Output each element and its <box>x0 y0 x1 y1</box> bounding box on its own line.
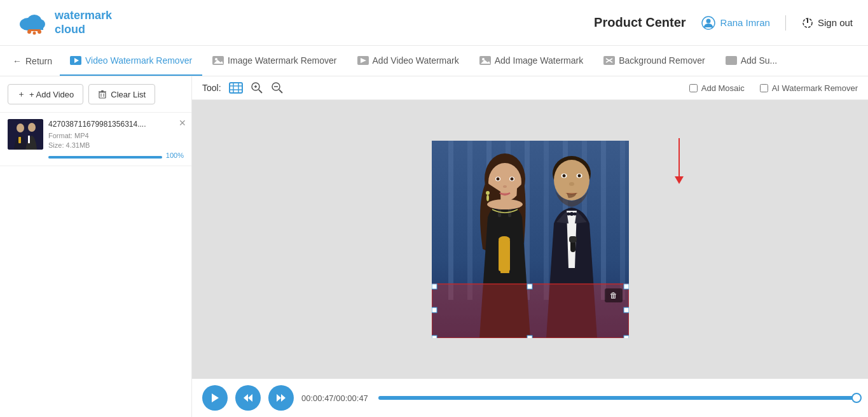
file-thumbnail <box>8 119 43 150</box>
svg-rect-89 <box>527 336 532 338</box>
format-label: Format: <box>48 132 72 139</box>
add-image-tab-icon <box>479 56 491 65</box>
main-layout: ＋ + Add Video Clear List <box>0 76 868 417</box>
user-icon <box>701 16 715 30</box>
time-display: 00:00:47/00:00:47 <box>301 393 368 403</box>
svg-point-65 <box>503 185 507 188</box>
size-label: Size: <box>48 141 64 149</box>
svg-rect-3 <box>24 24 43 30</box>
file-close-button[interactable]: ✕ <box>179 118 186 128</box>
svg-point-81 <box>570 212 574 216</box>
logo-icon <box>15 6 48 39</box>
svg-point-32 <box>17 124 24 132</box>
progress-row: 100% <box>48 152 184 159</box>
thumb-image <box>8 119 43 150</box>
tool-bar: Tool: <box>192 76 868 100</box>
svg-rect-34 <box>28 136 30 143</box>
tab-add-video-watermark[interactable]: Add Video Watermark <box>347 46 469 76</box>
divider <box>785 15 786 31</box>
add-mosaic-area: Add Mosaic <box>689 83 745 93</box>
progress-bar <box>48 156 162 159</box>
current-time: 00:00:47 <box>301 393 334 403</box>
svg-rect-28 <box>101 90 104 92</box>
user-area[interactable]: Rana Imran <box>701 16 770 30</box>
signout-label: Sign out <box>818 17 853 28</box>
svg-rect-73 <box>500 268 509 273</box>
svg-rect-83 <box>569 236 577 243</box>
right-panel: Tool: <box>192 76 868 417</box>
svg-rect-85 <box>432 284 437 289</box>
zoom-out-icon[interactable] <box>271 81 284 94</box>
ai-watermark-remover-area: AI Watermark Remover <box>760 83 858 93</box>
tab-add-image-watermark[interactable]: Add Image Watermark <box>469 46 594 76</box>
svg-marker-99 <box>281 394 286 402</box>
file-format: Format: MP4 <box>48 132 184 139</box>
signout-button[interactable]: Sign out <box>801 17 853 29</box>
ai-watermark-remover-checkbox[interactable] <box>760 84 768 92</box>
add-video-button[interactable]: ＋ + Add Video <box>8 84 83 104</box>
tab-video-watermark-remover[interactable]: Video Watermark Remover <box>60 46 202 76</box>
tab-background-remover[interactable]: Background Remover <box>593 46 715 76</box>
left-toolbar: ＋ + Add Video Clear List <box>0 76 191 113</box>
svg-rect-88 <box>432 336 437 338</box>
plus-icon: ＋ <box>17 88 25 100</box>
tab-label-add-video-watermark: Add Video Watermark <box>373 55 459 66</box>
svg-rect-35 <box>18 137 21 143</box>
file-name: 42703871167998135631​4.... <box>48 119 184 130</box>
play-icon <box>210 393 219 403</box>
tab-label-video-watermark-remover: Video Watermark Remover <box>85 55 192 66</box>
video-progress-bar[interactable] <box>378 396 858 400</box>
progress-fill <box>48 156 162 159</box>
zoom-in-icon[interactable] <box>251 81 263 94</box>
svg-rect-25 <box>726 56 737 65</box>
header: watermark cloud Product Center Rana Imra… <box>0 0 868 46</box>
progress-percent: 100% <box>166 152 184 159</box>
clear-list-button[interactable]: Clear List <box>88 84 155 104</box>
svg-point-20 <box>482 58 485 60</box>
file-size: Size: 4.31MB <box>48 141 184 149</box>
header-right: Product Center Rana Imran Sign out <box>594 15 853 31</box>
add-su-tab-icon <box>726 56 737 65</box>
nav-tabs: ← Return Video Watermark Remover Image W… <box>0 46 868 76</box>
return-arrow: ← <box>13 56 22 66</box>
svg-rect-71 <box>499 239 510 271</box>
svg-point-67 <box>486 195 489 201</box>
svg-rect-91 <box>432 307 437 313</box>
product-center-label: Product Center <box>594 15 685 30</box>
svg-marker-95 <box>212 393 219 402</box>
play-button[interactable] <box>202 385 228 411</box>
logo: watermark cloud <box>15 6 112 39</box>
clear-list-label: Clear List <box>111 90 146 99</box>
return-button[interactable]: ← Return <box>5 56 60 66</box>
svg-point-66 <box>486 191 490 195</box>
svg-text:🗑: 🗑 <box>610 291 617 300</box>
rewind-button[interactable] <box>235 385 261 411</box>
progress-knob[interactable] <box>851 393 862 403</box>
bg-remover-tab-icon <box>603 56 615 65</box>
arrow-head <box>675 176 684 184</box>
svg-point-5 <box>33 31 36 34</box>
add-mosaic-checkbox[interactable] <box>689 84 698 92</box>
tool-label: Tool: <box>202 83 221 93</box>
ai-watermark-remover-label: AI Watermark Remover <box>772 83 858 93</box>
user-name: Rana Imran <box>720 17 770 28</box>
add-video-tab-icon <box>357 56 369 65</box>
svg-marker-98 <box>277 394 281 402</box>
image-tab-icon <box>212 56 224 65</box>
power-icon <box>801 17 814 29</box>
svg-rect-26 <box>99 92 106 98</box>
size-value: 4.31MB <box>66 141 90 149</box>
svg-rect-36 <box>230 83 242 93</box>
selection-tool-icon[interactable] <box>229 82 243 94</box>
arrow-indicator <box>675 138 684 184</box>
total-time: 00:00:47 <box>336 393 368 403</box>
svg-rect-7 <box>28 29 41 31</box>
logo-text: watermark cloud <box>55 9 112 36</box>
left-panel: ＋ + Add Video Clear List <box>0 76 192 417</box>
tab-image-watermark-remover[interactable]: Image Watermark Remover <box>202 46 347 76</box>
rewind-icon <box>243 393 253 402</box>
add-video-label: + Add Video <box>29 90 74 99</box>
tab-add-su[interactable]: Add Su... <box>715 46 788 76</box>
fastforward-button[interactable] <box>268 385 294 411</box>
svg-rect-87 <box>624 284 629 289</box>
